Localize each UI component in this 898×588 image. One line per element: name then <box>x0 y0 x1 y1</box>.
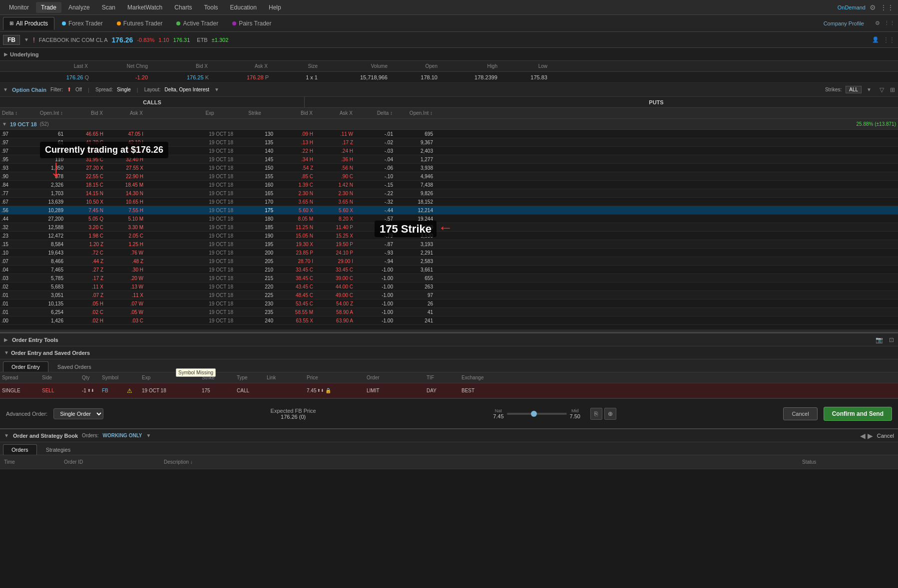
option-row[interactable]: .9511031.95 C32.40 H19 OCT 18145.34 H.36… <box>0 155 898 164</box>
camera-icon[interactable]: 📷 <box>876 336 883 343</box>
or-tif[interactable]: DAY <box>425 388 459 393</box>
option-row[interactable]: .9741436.80 C37.20 X19 OCT 18140.22 H.24… <box>0 147 898 155</box>
nav-analyze[interactable]: Analyze <box>63 2 95 13</box>
filter-icon[interactable]: ▽ <box>880 86 884 93</box>
price-arrows[interactable]: ⬆⬇ <box>317 388 324 393</box>
tab-orders[interactable]: Orders <box>3 444 37 455</box>
expand-exp-icon[interactable]: ▼ <box>2 121 7 127</box>
settings-icon[interactable]: ⚙ <box>870 3 876 11</box>
option-row[interactable]: .6713,63910.50 X10.65 H19 OCT 181703.65 … <box>0 198 898 206</box>
sth-description[interactable]: Description ↓ <box>160 459 698 465</box>
exp-date-row[interactable]: ▼ 19 OCT 18 (52) 25.88% (±13.871) <box>0 119 898 130</box>
th-delta-p[interactable]: Delta ↕ <box>355 110 395 116</box>
sb-cancel-btn[interactable]: Cancel <box>877 433 894 439</box>
sb-prev-icon[interactable]: ◀ <box>860 432 866 440</box>
tab-futures-trader[interactable]: Futures Trader <box>110 17 169 30</box>
ticker-symbol[interactable]: FB <box>3 35 20 45</box>
filter-off-icon[interactable]: ⬆ <box>67 86 71 93</box>
paste-price-icon[interactable]: ⊕ <box>604 408 616 420</box>
layout-icon[interactable]: ⋮⋮ <box>884 20 895 26</box>
option-row[interactable]: .771,70314.15 N14.30 N19 OCT 181652.30 N… <box>0 189 898 198</box>
underlying-label[interactable]: Underlying <box>10 51 38 57</box>
option-row[interactable]: .078,466.44 Z.48 Z19 OCT 1820528.70 I29.… <box>0 257 898 266</box>
oes-label[interactable]: Order Entry and Saved Orders <box>11 350 90 356</box>
option-row[interactable]: .5610,2897.45 N7.55 H19 OCT 181755.60 X5… <box>0 206 898 215</box>
or-exchange[interactable]: BEST <box>459 388 489 393</box>
option-row[interactable]: .1019,643.72 C.76 W19 OCT 1820023.85 P24… <box>0 249 898 257</box>
tab-active-trader[interactable]: Active Trader <box>170 17 225 30</box>
delete-button[interactable]: Cancel <box>783 407 817 420</box>
spread-val[interactable]: Single <box>117 87 131 92</box>
or-side[interactable]: SELL <box>40 388 80 393</box>
option-row[interactable]: .976146.65 H47.05 I19 OCT 18130.09 H.11 … <box>0 130 898 138</box>
tab-pairs-trader[interactable]: Pairs Trader <box>226 17 278 30</box>
expand-oet-icon[interactable]: ▶ <box>4 337 8 342</box>
tab-forex-trader[interactable]: Forex Trader <box>55 17 109 30</box>
price-slider-thumb[interactable] <box>531 411 537 417</box>
or-type[interactable]: CALL <box>235 388 265 393</box>
option-row[interactable]: .013,051.07 Z.11 X19 OCT 1822548.45 C49.… <box>0 291 898 299</box>
sth-order-id[interactable]: Order ID <box>60 459 160 465</box>
or-strike[interactable]: 175 <box>200 388 235 393</box>
nav-monitor[interactable]: Monitor <box>4 2 34 13</box>
or-price-val[interactable]: 7.45 <box>307 388 316 393</box>
option-row[interactable]: .3212,5883.20 C3.30 M19 OCT 1818511.25 N… <box>0 223 898 232</box>
layout-dropdown-icon[interactable]: ▼ <box>214 87 219 92</box>
nav-education[interactable]: Education <box>225 2 262 13</box>
nav-tools[interactable]: Tools <box>199 2 223 13</box>
sb-working-label[interactable]: WORKING ONLY <box>102 433 142 438</box>
tab-strategies[interactable]: Strategies <box>38 445 79 455</box>
ticker-dropdown[interactable]: ▼ <box>24 37 29 42</box>
confirm-send-button[interactable]: Confirm and Send <box>824 407 892 421</box>
lock-icon[interactable]: 🔒 <box>325 388 331 393</box>
price-slider-track[interactable] <box>507 413 567 415</box>
sb-label[interactable]: Order and Strategy Book <box>13 433 78 439</box>
option-row[interactable]: .931,35027.20 X27.55 X19 OCT 18150.54 Z.… <box>0 164 898 172</box>
or-qty-val[interactable]: -1 <box>82 388 86 393</box>
strikes-dropdown-icon[interactable]: ▼ <box>867 87 872 92</box>
expand-oes-icon[interactable]: ▼ <box>4 350 9 355</box>
settings2-icon[interactable]: ⚙ <box>875 20 880 26</box>
grid-icon[interactable]: ⋮⋮ <box>880 3 894 11</box>
option-row[interactable]: .016,254.02 C.05 W19 OCT 1823558.55 M58.… <box>0 308 898 316</box>
symbol-missing-btn[interactable]: ⚠ <box>125 387 140 394</box>
expand-sb-icon[interactable]: ▼ <box>4 433 9 438</box>
sb-next-icon[interactable]: ▶ <box>868 432 873 440</box>
option-row[interactable]: .035,785.17 Z.20 W19 OCT 1821538.45 C39.… <box>0 274 898 283</box>
option-row[interactable]: .025,683.11 X.13 W19 OCT 1822043.45 C44.… <box>0 283 898 291</box>
nav-scan[interactable]: Scan <box>97 2 120 13</box>
nav-trade[interactable]: Trade <box>36 2 61 13</box>
ticker-company-profile[interactable]: 👤 <box>872 36 879 43</box>
nav-charts[interactable]: Charts <box>169 2 197 13</box>
company-profile-link[interactable]: Company Profile <box>824 20 864 26</box>
option-row[interactable]: .2312,4721.98 C2.05 C19 OCT 1819015.05 N… <box>0 232 898 240</box>
adv-order-select[interactable]: Single Order <box>53 408 103 419</box>
option-row[interactable]: .001,426.02 H.03 C19 OCT 1824063.55 X63.… <box>0 316 898 325</box>
option-row[interactable]: .842,32618.15 C18.45 M19 OCT 181601.39 C… <box>0 181 898 189</box>
nav-marketwatch[interactable]: MarketWatch <box>122 2 167 13</box>
copy-price-icon[interactable]: ⎘ <box>590 408 602 420</box>
nav-help[interactable]: Help <box>264 2 286 13</box>
expand-oc-icon[interactable]: ▼ <box>3 87 8 92</box>
layout-val[interactable]: Delta, Open Interest <box>164 87 209 92</box>
expand-oc-icon2[interactable]: ⊞ <box>890 86 895 93</box>
th-delta-c[interactable]: Delta ↕ <box>0 110 25 116</box>
th-oi-c[interactable]: Open.Int ↕ <box>25 110 65 116</box>
option-row[interactable]: .158,5841.20 Z1.25 H19 OCT 1819519.30 X1… <box>0 240 898 249</box>
strikes-val[interactable]: ALL <box>846 86 862 93</box>
option-row[interactable]: .047,465.27 Z.30 H19 OCT 1821033.45 C33.… <box>0 266 898 274</box>
tab-order-entry[interactable]: Order Entry <box>3 361 48 372</box>
option-row[interactable]: .976141.70 C42.10 I19 OCT 18135.13 H.17 … <box>0 138 898 147</box>
th-oi-p[interactable]: Open.Int ↕ <box>395 110 435 116</box>
or-order[interactable]: LIMIT <box>365 388 400 393</box>
option-row[interactable]: .9037822.55 C22.90 H19 OCT 18155.85 C.90… <box>0 172 898 181</box>
popout-icon[interactable]: ⊡ <box>889 336 894 343</box>
or-exp[interactable]: 19 OCT 18 <box>140 388 190 393</box>
option-row[interactable]: .4427,2005.05 Q5.10 M19 OCT 181808.05 M8… <box>0 215 898 223</box>
sth-time[interactable]: Time <box>0 459 60 465</box>
expand-underlying-icon[interactable]: ▶ <box>4 51 8 57</box>
sb-working-dropdown[interactable]: ▼ <box>146 433 151 438</box>
option-chain-label[interactable]: Option Chain <box>12 87 46 93</box>
qty-arrows[interactable]: ⬆⬇ <box>87 388 94 393</box>
option-row[interactable]: .0110,135.05 H.07 W19 OCT 1823053.45 C54… <box>0 299 898 308</box>
